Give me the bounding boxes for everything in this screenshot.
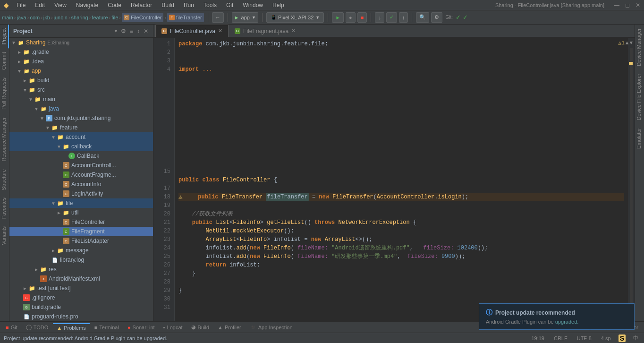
git-commit-btn[interactable]: ✓: [386, 12, 397, 23]
git-push-btn[interactable]: ↑: [399, 12, 408, 23]
menu-refactor[interactable]: Refactor: [129, 1, 154, 9]
tree-item-gitignore[interactable]: ► G .gitignore: [9, 293, 153, 302]
code-content[interactable]: package com.jkb.junbin.sharing.feature.f…: [175, 38, 628, 321]
breadcrumb-file[interactable]: file: [111, 15, 118, 20]
tree-item-account[interactable]: ▼ 📁 account: [9, 132, 153, 142]
bottom-tab-problems[interactable]: ▲ Problems: [53, 323, 89, 332]
tree-item-accountcontroller[interactable]: ► C AccountControll...: [9, 161, 153, 170]
menu-file[interactable]: File: [15, 1, 27, 9]
tree-item-java[interactable]: ▼ 📁 java: [9, 104, 153, 113]
tree-item-filelistadapter[interactable]: ► C FileListAdapter: [9, 236, 153, 246]
menu-build[interactable]: Build: [160, 1, 176, 9]
status-indent[interactable]: 4 sp: [599, 335, 613, 341]
git-update-btn[interactable]: ↓: [375, 12, 384, 23]
left-tab-resource-manager[interactable]: Resource Manager: [0, 113, 9, 165]
bottom-tab-terminal[interactable]: ■ Terminal: [91, 324, 123, 331]
tree-item-app[interactable]: ▼ 📁 app: [9, 66, 153, 76]
menu-help[interactable]: Help: [271, 1, 286, 9]
breadcrumb-java[interactable]: java: [17, 15, 26, 20]
stop-button[interactable]: ■: [357, 12, 367, 23]
breadcrumb-filetransfer[interactable]: f fileTransfer: [167, 13, 204, 22]
tree-item-gradle[interactable]: ► 📁 .gradle: [9, 47, 153, 57]
panel-close-btn[interactable]: ✕: [143, 27, 149, 35]
left-tab-variants[interactable]: Variants: [0, 223, 9, 249]
tree-item-callback-class[interactable]: ► I CallBack: [9, 151, 153, 161]
panel-settings-btn[interactable]: ⚙: [120, 27, 127, 35]
menu-view[interactable]: View: [52, 1, 68, 9]
breadcrumb-jkb[interactable]: jkb: [43, 15, 50, 20]
bottom-tab-profiler[interactable]: ▲ Profiler: [214, 324, 245, 331]
tree-item-proguard[interactable]: ► 📄 proguard-rules.pro: [9, 312, 153, 321]
breadcrumb-main[interactable]: main: [2, 15, 13, 20]
tab-filecontroller[interactable]: C FileController.java ✕: [155, 25, 229, 37]
left-tab-pull-requests[interactable]: Pull Requests: [0, 74, 9, 113]
left-tab-project[interactable]: Project: [0, 25, 9, 48]
debug-button[interactable]: ●: [346, 12, 356, 23]
tree-item-idea[interactable]: ► 📁 .idea: [9, 57, 153, 66]
status-encoding[interactable]: UTF-8: [575, 335, 593, 341]
right-tab-emulator[interactable]: Emulator: [635, 124, 644, 153]
tree-item-src[interactable]: ▼ 📁 src: [9, 85, 153, 94]
right-tab-device-file-explorer[interactable]: Device File Explorer: [635, 70, 644, 124]
tree-item-main[interactable]: ▼ 📁 main: [9, 94, 153, 104]
tree-item-root[interactable]: ▼ 📁 Sharing E:\Sharing: [9, 38, 153, 47]
breadcrumb-filecontroller[interactable]: C FileController: [122, 13, 163, 22]
menu-tools[interactable]: Tools: [202, 1, 219, 9]
breadcrumb-sharing[interactable]: sharing: [71, 15, 88, 20]
bottom-tab-git[interactable]: ■ Git: [2, 324, 21, 331]
tree-item-filefragment[interactable]: ► C FileFragment: [9, 227, 153, 236]
menu-run[interactable]: Run: [182, 1, 196, 9]
device-selector[interactable]: 📱 Pixel XL API 32 ▼: [266, 12, 324, 23]
tree-item-file[interactable]: ▼ 📁 file: [9, 198, 153, 208]
panel-sort-btn[interactable]: ↕: [136, 27, 141, 35]
left-tab-structure[interactable]: Structure: [0, 165, 9, 194]
bottom-tab-todo[interactable]: ◯ TODO: [22, 323, 52, 331]
right-tab-device-manager[interactable]: Device Manager: [635, 25, 644, 70]
tree-item-test[interactable]: ► 📁 test [unitTest]: [9, 283, 153, 293]
tree-item-message[interactable]: ► 📁 message: [9, 246, 153, 255]
menu-code[interactable]: Code: [106, 1, 123, 9]
tree-item-androidmanifest[interactable]: ► X AndroidManifest.xml: [9, 274, 153, 283]
status-chinese-icon[interactable]: 中: [631, 334, 640, 342]
breadcrumb-feature[interactable]: feature: [92, 15, 108, 20]
status-position[interactable]: 19:19: [529, 335, 546, 341]
left-tab-commit[interactable]: Commit: [0, 48, 9, 74]
menu-edit[interactable]: Edit: [33, 1, 47, 9]
app-run-dropdown[interactable]: ► app ▼: [232, 12, 258, 23]
tree-item-librarylog[interactable]: ► 📄 library.log: [9, 255, 153, 265]
tree-item-feature[interactable]: ▼ 📁 feature: [9, 123, 153, 132]
bottom-tab-logcat[interactable]: ▪ Logcat: [160, 324, 186, 331]
settings-btn[interactable]: ⚙: [431, 12, 442, 23]
run-button[interactable]: ►: [332, 12, 344, 23]
menu-navigate[interactable]: Navigate: [74, 1, 100, 9]
left-tab-favorites[interactable]: Favorites: [0, 194, 9, 223]
tree-item-res[interactable]: ► 📁 res: [9, 265, 153, 274]
menu-git[interactable]: Git: [224, 1, 235, 9]
status-crlf[interactable]: CRLF: [552, 335, 569, 341]
tree-label-sharing: Sharing: [26, 39, 45, 46]
tree-item-buildgradle[interactable]: ► G build.gradle: [9, 302, 153, 312]
tab-close-filefragment[interactable]: ✕: [291, 28, 296, 34]
menu-window[interactable]: Window: [241, 1, 265, 9]
bottom-tab-build[interactable]: ◕ Build: [187, 323, 213, 331]
tree-item-accountinfo[interactable]: ► C AccountInfo: [9, 180, 153, 189]
tree-item-accountfragment[interactable]: ► C AccountFragme...: [9, 170, 153, 180]
tree-item-loginactivity[interactable]: ► C LoginActivity: [9, 189, 153, 198]
tree-item-util[interactable]: ► 📁 util: [9, 208, 153, 217]
tree-item-package[interactable]: ▼ P com.jkb.junbin.sharing: [9, 113, 153, 123]
tab-close-filecontroller[interactable]: ✕: [218, 28, 222, 34]
bottom-tab-app-inspection[interactable]: ◾ App Inspection: [246, 323, 297, 331]
tab-filefragment[interactable]: C FileFragment.java ✕: [229, 25, 302, 37]
breadcrumb-com[interactable]: com: [30, 15, 40, 20]
navigate-back-btn[interactable]: ←: [212, 12, 224, 23]
search-everywhere-btn[interactable]: 🔍: [416, 12, 429, 23]
stripe-down[interactable]: ▼: [629, 40, 633, 46]
bottom-tab-sonarlint[interactable]: ● SonarLint: [124, 324, 159, 331]
tree-item-build[interactable]: ► 📁 build: [9, 76, 153, 85]
notification-link[interactable]: upgraded.: [555, 319, 579, 325]
tree-item-callback[interactable]: ▼ 📁 callback: [9, 142, 153, 151]
tree-item-filecontroller[interactable]: ► C FileController: [9, 217, 153, 227]
panel-layout-btn[interactable]: ≡: [129, 27, 134, 35]
stripe-up[interactable]: ▲: [626, 40, 629, 46]
breadcrumb-junbin[interactable]: junbin: [54, 15, 68, 20]
